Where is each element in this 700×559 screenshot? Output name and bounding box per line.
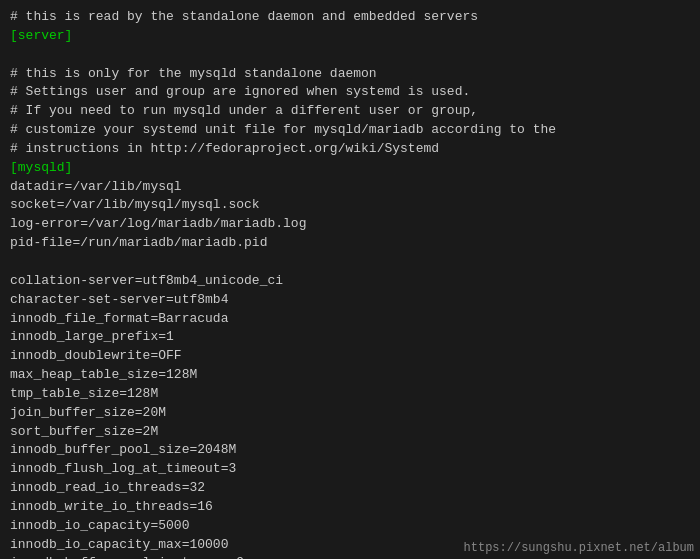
line-item: innodb_read_io_threads=32	[10, 479, 690, 498]
line-item: datadir=/var/lib/mysql	[10, 178, 690, 197]
line-item: character-set-server=utf8mb4	[10, 291, 690, 310]
status-bar: https://sungshu.pixnet.net/album	[458, 537, 700, 559]
line-item: # this is read by the standalone daemon …	[10, 8, 690, 27]
line-item: sort_buffer_size=2M	[10, 423, 690, 442]
line-item: innodb_doublewrite=OFF	[10, 347, 690, 366]
line-item: innodb_flush_log_at_timeout=3	[10, 460, 690, 479]
line-item: # Settings user and group are ignored wh…	[10, 83, 690, 102]
line-item: socket=/var/lib/mysql/mysql.sock	[10, 196, 690, 215]
line-item: [server]	[10, 27, 690, 46]
line-item: # If you need to run mysqld under a diff…	[10, 102, 690, 121]
line-item: collation-server=utf8mb4_unicode_ci	[10, 272, 690, 291]
line-item: innodb_buffer_pool_size=2048M	[10, 441, 690, 460]
line-item: # this is only for the mysqld standalone…	[10, 65, 690, 84]
line-item	[10, 253, 690, 272]
line-item: pid-file=/run/mariadb/mariadb.pid	[10, 234, 690, 253]
line-item: max_heap_table_size=128M	[10, 366, 690, 385]
status-url: https://sungshu.pixnet.net/album	[464, 541, 694, 555]
line-item: log-error=/var/log/mariadb/mariadb.log	[10, 215, 690, 234]
line-item: # instructions in http://fedoraproject.o…	[10, 140, 690, 159]
line-item: innodb_write_io_threads=16	[10, 498, 690, 517]
terminal: # this is read by the standalone daemon …	[0, 0, 700, 559]
line-item: # customize your systemd unit file for m…	[10, 121, 690, 140]
line-item: join_buffer_size=20M	[10, 404, 690, 423]
line-item: tmp_table_size=128M	[10, 385, 690, 404]
line-item: innodb_file_format=Barracuda	[10, 310, 690, 329]
line-item	[10, 46, 690, 65]
line-item: innodb_large_prefix=1	[10, 328, 690, 347]
line-item: innodb_io_capacity=5000	[10, 517, 690, 536]
line-item: [mysqld]	[10, 159, 690, 178]
